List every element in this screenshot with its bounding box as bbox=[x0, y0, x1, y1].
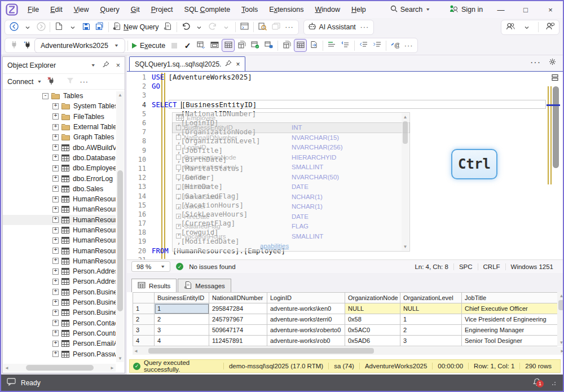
grid-cell[interactable]: adventure-works\ken0 bbox=[267, 303, 345, 314]
expander-expand-icon[interactable]: + bbox=[52, 165, 59, 171]
connect-button[interactable] bbox=[7, 39, 20, 52]
tree-item-filetables[interactable]: +FileTables bbox=[3, 112, 116, 122]
grid-cell[interactable]: Chief Executive Officer bbox=[462, 303, 558, 314]
tree-item-dbo-errorlog[interactable]: +dbo.ErrorLog bbox=[3, 173, 116, 183]
ai-assistant-menu-button[interactable]: ··· bbox=[358, 21, 371, 34]
tree-item-external-tables[interactable]: +External Tables bbox=[3, 122, 116, 132]
actual-plan-button[interactable] bbox=[249, 39, 262, 52]
expander-expand-icon[interactable]: + bbox=[52, 330, 59, 336]
sqlcmd-mode-button[interactable]: @ bbox=[389, 39, 402, 52]
disconnect-icon[interactable] bbox=[47, 77, 55, 86]
tree-item-humanresour[interactable]: +HumanResour bbox=[3, 256, 116, 266]
tree-item-humanresour[interactable]: +HumanResour bbox=[3, 225, 116, 235]
gear-icon[interactable] bbox=[549, 58, 556, 68]
forward-button[interactable] bbox=[34, 21, 47, 34]
toolbar-overflow-button[interactable]: ··· bbox=[402, 39, 415, 52]
tree-item-humanresour[interactable]: +HumanResour bbox=[3, 194, 116, 204]
expander-expand-icon[interactable]: + bbox=[52, 341, 59, 347]
accounts-dropdown[interactable] bbox=[520, 21, 533, 34]
outdent-button[interactable] bbox=[357, 39, 370, 52]
pin-icon[interactable] bbox=[103, 61, 109, 69]
popup-item[interactable]: MaritalStatusNCHAR(1) bbox=[173, 192, 409, 202]
menu-window[interactable]: Window bbox=[310, 4, 345, 15]
tab-messages[interactable]: Messages bbox=[178, 279, 231, 292]
grid-cell[interactable]: 509647174 bbox=[209, 325, 267, 336]
popup-item[interactable]: GenderNCHAR(1) bbox=[173, 202, 409, 212]
menu-view[interactable]: View bbox=[69, 4, 94, 15]
browse-button[interactable] bbox=[270, 21, 283, 34]
line-ending[interactable]: CRLF bbox=[478, 263, 505, 270]
space-mode[interactable]: SPC bbox=[453, 263, 478, 270]
execute-button[interactable]: Execute bbox=[130, 39, 167, 52]
grid-cell[interactable]: 245797967 bbox=[209, 314, 267, 325]
popup-item[interactable]: JobTitleNVARCHAR(50) bbox=[173, 172, 409, 182]
popup-item[interactable]: OrganizationLevelSMALLINT bbox=[173, 162, 409, 173]
tree-item-dbo-databasel[interactable]: +dbo.DatabaseL bbox=[3, 153, 116, 163]
back-button[interactable] bbox=[7, 21, 20, 34]
tree-item-person-countr[interactable]: +Person.Countr bbox=[3, 328, 116, 338]
maximize-button[interactable]: □ bbox=[513, 1, 538, 18]
column-header[interactable]: BusinessEntityID bbox=[155, 293, 209, 303]
save-all-button[interactable] bbox=[93, 21, 106, 34]
expander-expand-icon[interactable]: + bbox=[52, 279, 59, 285]
open-query-button[interactable] bbox=[161, 21, 174, 34]
new-query-button[interactable]: New Query bbox=[111, 21, 161, 34]
expander-expand-icon[interactable]: + bbox=[52, 103, 59, 109]
expander-expand-icon[interactable]: + bbox=[52, 175, 59, 182]
grid-cell[interactable]: 0x5AD6 bbox=[345, 336, 400, 346]
popup-item[interactable]: SalariedFlagFLAG bbox=[173, 222, 409, 232]
live-stats-button[interactable] bbox=[262, 39, 275, 52]
editor-line[interactable]: 3 bbox=[127, 91, 563, 100]
column-header[interactable]: JobTitle bbox=[462, 293, 558, 303]
menu-extensions[interactable]: Extensions bbox=[264, 4, 309, 15]
column-header[interactable]: OrganizationLevel bbox=[400, 293, 462, 303]
popup-item[interactable]: LoginIDNVARCHAR(256) bbox=[173, 143, 409, 153]
chevron-down-icon[interactable]: ▼ bbox=[91, 63, 96, 68]
grid-cell[interactable]: 2 bbox=[400, 325, 462, 336]
grid-cell[interactable]: 3 bbox=[155, 325, 209, 336]
expander-expand-icon[interactable]: + bbox=[52, 155, 59, 161]
undo-button[interactable] bbox=[179, 21, 192, 34]
expander-expand-icon[interactable]: + bbox=[52, 206, 59, 213]
tree-item-system-tables[interactable]: +System Tables bbox=[3, 101, 116, 111]
menu-sql-complete[interactable]: SQL Complete bbox=[179, 4, 236, 15]
grid-cell[interactable]: 4 bbox=[155, 336, 209, 346]
expander-expand-icon[interactable]: + bbox=[52, 310, 59, 316]
tree-item-person-busines[interactable]: +Person.Busines bbox=[3, 307, 116, 318]
undo-dropdown[interactable] bbox=[193, 21, 206, 34]
popup-item[interactable]: HireDateDATE bbox=[173, 212, 409, 222]
grid-cell[interactable]: adventure-works\roberto0 bbox=[267, 325, 345, 336]
toolbar-overflow-button[interactable]: ··· bbox=[283, 21, 296, 34]
expander-expand-icon[interactable]: + bbox=[52, 134, 59, 140]
resize-grip[interactable] bbox=[552, 380, 557, 386]
expander-expand-icon[interactable]: + bbox=[52, 258, 59, 264]
menu-help[interactable]: Help bbox=[346, 4, 371, 15]
estimated-plan-button[interactable] bbox=[235, 39, 248, 52]
grid-cell[interactable]: 112457891 bbox=[209, 336, 267, 346]
grid-cell[interactable]: 3 bbox=[400, 336, 462, 346]
results-grid[interactable]: BusinessEntityIDNationalIDNumberLoginIDO… bbox=[133, 292, 557, 346]
minimize-button[interactable]: — bbox=[488, 1, 513, 18]
indent-button[interactable] bbox=[371, 39, 384, 52]
expander-collapse-icon[interactable]: - bbox=[42, 93, 49, 99]
tree-horizontal-scrollbar[interactable]: ◄ ► bbox=[3, 364, 116, 372]
popup-item[interactable]: VacationHoursSMALLINT bbox=[173, 231, 409, 241]
grid-cell[interactable]: adventure-works\terri0 bbox=[267, 314, 345, 325]
redo-button[interactable] bbox=[206, 21, 219, 34]
menu-git[interactable]: Git bbox=[126, 4, 145, 15]
popup-item[interactable]: BirthDateDATE bbox=[173, 182, 409, 192]
popup-scrollbar[interactable]: ▲ ▼ bbox=[402, 113, 409, 250]
close-icon[interactable]: × bbox=[236, 60, 240, 68]
ai-assistant-button[interactable]: AI Assistant bbox=[306, 21, 358, 34]
pin-icon[interactable] bbox=[225, 60, 232, 68]
menu-file[interactable]: File bbox=[23, 4, 44, 15]
tree-item-person-addres[interactable]: +Person.Addres bbox=[3, 266, 116, 276]
tab-results[interactable]: Results bbox=[131, 279, 177, 292]
expander-expand-icon[interactable]: + bbox=[52, 217, 59, 223]
grid-vertical-scrollbar[interactable]: ▲ ▼ bbox=[557, 292, 564, 346]
search-box[interactable]: Search ▼ bbox=[386, 3, 435, 16]
results-window-button[interactable] bbox=[208, 39, 221, 52]
grid-cell[interactable]: 1 bbox=[155, 303, 209, 314]
grid-cell[interactable]: adventure-works\rob0 bbox=[267, 336, 345, 346]
row-number[interactable]: 2 bbox=[133, 314, 155, 325]
